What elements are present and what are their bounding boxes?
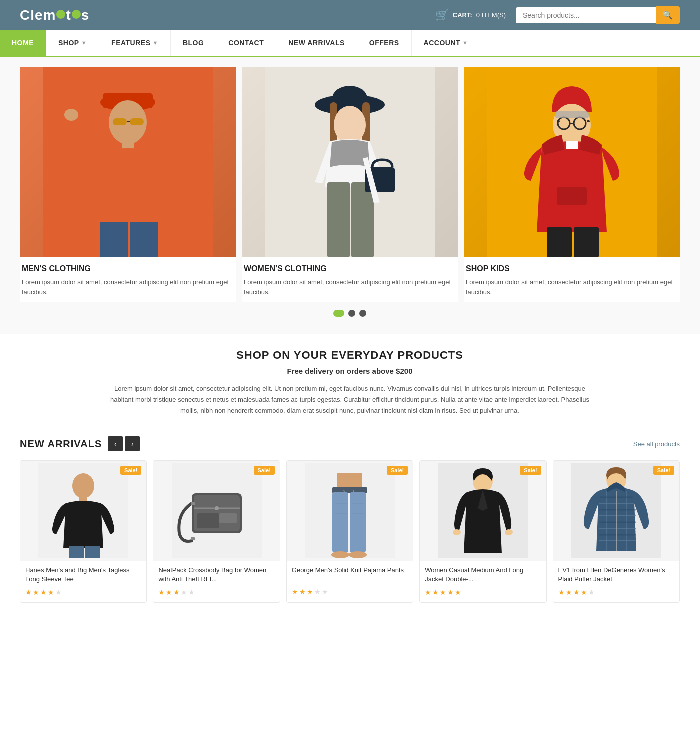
star3: ★ bbox=[440, 588, 446, 596]
header-right: 🛒 CART: 0 ITEM(S) 🔍 bbox=[436, 6, 680, 24]
svg-rect-27 bbox=[555, 111, 589, 118]
carousel-dots bbox=[20, 302, 680, 329]
logo[interactable]: Clem t s bbox=[20, 7, 90, 23]
nav-item-shop[interactable]: SHOP ▼ bbox=[46, 30, 100, 56]
sale-badge-2: Sale! bbox=[254, 466, 275, 475]
star5: ★ bbox=[322, 588, 328, 596]
shop-subtitle: Free delivery on orders above $200 bbox=[20, 367, 680, 375]
nav-item-blog[interactable]: BLOG bbox=[171, 30, 216, 56]
product-card-3[interactable]: Sale! bbox=[286, 460, 414, 602]
svg-rect-26 bbox=[587, 120, 590, 122]
nav-item-new-arrivals[interactable]: NEW ARRIVALS bbox=[276, 30, 358, 56]
carousel-dot-3[interactable] bbox=[360, 310, 366, 317]
svg-rect-35 bbox=[70, 546, 84, 558]
star5: ★ bbox=[188, 588, 195, 596]
product-name-1: Hanes Men's and Big Men's Tagless Long S… bbox=[26, 566, 142, 584]
carousel-dot-2[interactable] bbox=[348, 310, 356, 317]
men-clothing-image bbox=[20, 67, 236, 257]
product-info-1: Hanes Men's and Big Men's Tagless Long S… bbox=[20, 561, 146, 602]
star3: ★ bbox=[307, 588, 314, 596]
new-arrivals-header: NEW ARRIVALS ‹ › See all products bbox=[20, 436, 680, 451]
product-jacket-black-svg bbox=[438, 463, 528, 558]
product-image-2: Sale! bbox=[154, 461, 280, 561]
product-stars-3: ★ ★ ★ ★ ★ bbox=[292, 588, 408, 596]
star4: ★ bbox=[581, 588, 588, 596]
chevron-down-icon3: ▼ bbox=[462, 40, 468, 46]
svg-rect-47 bbox=[338, 473, 362, 488]
women-figure-svg bbox=[265, 67, 435, 257]
svg-rect-29 bbox=[566, 141, 578, 149]
product-bag-svg bbox=[172, 463, 262, 558]
svg-rect-43 bbox=[191, 502, 195, 505]
next-arrow-button[interactable]: › bbox=[125, 436, 140, 451]
svg-rect-44 bbox=[191, 537, 195, 540]
star1: ★ bbox=[425, 588, 432, 596]
cart-icon: 🛒 bbox=[436, 9, 449, 22]
svg-rect-36 bbox=[86, 546, 100, 558]
product-card-4[interactable]: Sale! bbox=[420, 460, 546, 602]
product-name-2: NeatPack Crossbody Bag for Women with An… bbox=[158, 566, 274, 584]
hero-card-kids[interactable]: SHOP KIDS Lorem ipsum dolor sit amet, co… bbox=[464, 67, 680, 302]
product-card-5[interactable]: Sale! bbox=[553, 460, 680, 602]
nav-item-home[interactable]: HOME bbox=[0, 30, 46, 56]
chevron-down-icon: ▼ bbox=[82, 40, 87, 46]
product-image-3: Sale! bbox=[287, 461, 413, 561]
svg-point-41 bbox=[215, 506, 219, 510]
nav-item-account[interactable]: ACCOUNT ▼ bbox=[412, 30, 481, 56]
nav-item-contact[interactable]: CONTACT bbox=[216, 30, 276, 56]
products-grid: Sale! bbox=[20, 460, 680, 602]
carousel-nav-arrows: ‹ › bbox=[108, 436, 140, 451]
star4: ★ bbox=[448, 588, 454, 596]
women-clothing-image bbox=[242, 67, 458, 257]
cart-count: 0 ITEM(S) bbox=[476, 11, 506, 19]
kids-figure-svg bbox=[487, 67, 657, 257]
shop-section: SHOP ON YOUR EVERYDAY PRODUCTS Free deli… bbox=[0, 334, 700, 426]
svg-point-57 bbox=[332, 551, 350, 558]
svg-point-16 bbox=[334, 106, 366, 144]
cart-area[interactable]: 🛒 CART: 0 ITEM(S) bbox=[436, 9, 506, 22]
star3: ★ bbox=[40, 588, 47, 596]
star3: ★ bbox=[174, 588, 180, 596]
men-figure-svg bbox=[43, 67, 213, 257]
nav-item-offers[interactable]: OFFERS bbox=[358, 30, 412, 56]
svg-rect-52 bbox=[350, 492, 366, 552]
product-name-3: George Men's Solid Knit Pajama Pants bbox=[292, 566, 408, 584]
nav-label-blog: BLOG bbox=[183, 39, 204, 47]
svg-rect-18 bbox=[352, 182, 374, 257]
product-image-5: Sale! bbox=[554, 461, 680, 561]
product-pants-svg bbox=[305, 463, 395, 558]
women-card-desc: Lorem ipsum dolor sit amet, consectetur … bbox=[244, 277, 456, 297]
nav-label-features: FEATURES bbox=[112, 39, 150, 47]
star1: ★ bbox=[292, 588, 298, 596]
product-card-1[interactable]: Sale! bbox=[20, 460, 147, 602]
product-name-5: EV1 from Ellen DeGeneres Women's Plaid P… bbox=[558, 566, 674, 584]
star4: ★ bbox=[314, 588, 321, 596]
carousel-dot-1[interactable] bbox=[334, 310, 344, 317]
svg-rect-9 bbox=[100, 222, 128, 257]
nav-label-home: HOME bbox=[12, 39, 34, 47]
women-card-info: WOMEN'S CLOTHING Lorem ipsum dolor sit a… bbox=[242, 257, 458, 302]
svg-point-8 bbox=[64, 109, 78, 121]
sale-badge-1: Sale! bbox=[120, 466, 142, 475]
product-jacket-plaid-svg bbox=[572, 463, 662, 558]
search-bar: 🔍 bbox=[516, 6, 680, 24]
nav-item-features[interactable]: FEATURES ▼ bbox=[100, 30, 171, 56]
product-image-4: Sale! bbox=[420, 461, 546, 561]
kids-clothing-image bbox=[464, 67, 680, 257]
chevron-down-icon2: ▼ bbox=[153, 40, 158, 46]
see-all-link[interactable]: See all products bbox=[634, 440, 680, 448]
product-card-2[interactable]: Sale! bbox=[153, 460, 280, 602]
star1: ★ bbox=[26, 588, 32, 596]
product-stars-5: ★ ★ ★ ★ ★ bbox=[558, 588, 674, 596]
product-stars-2: ★ ★ ★ ★ ★ bbox=[158, 588, 274, 596]
prev-arrow-button[interactable]: ‹ bbox=[108, 436, 123, 451]
star2: ★ bbox=[566, 588, 572, 596]
svg-rect-42 bbox=[197, 513, 220, 528]
nav-label-shop: SHOP bbox=[58, 39, 80, 47]
search-button[interactable]: 🔍 bbox=[656, 6, 680, 24]
product-stars-1: ★ ★ ★ ★ ★ bbox=[26, 588, 142, 596]
logo-text3: s bbox=[82, 7, 90, 23]
search-input[interactable] bbox=[516, 7, 656, 23]
hero-card-women[interactable]: WOMEN'S CLOTHING Lorem ipsum dolor sit a… bbox=[242, 67, 458, 302]
hero-card-men[interactable]: MEN'S CLOTHING Lorem ipsum dolor sit ame… bbox=[20, 67, 236, 302]
